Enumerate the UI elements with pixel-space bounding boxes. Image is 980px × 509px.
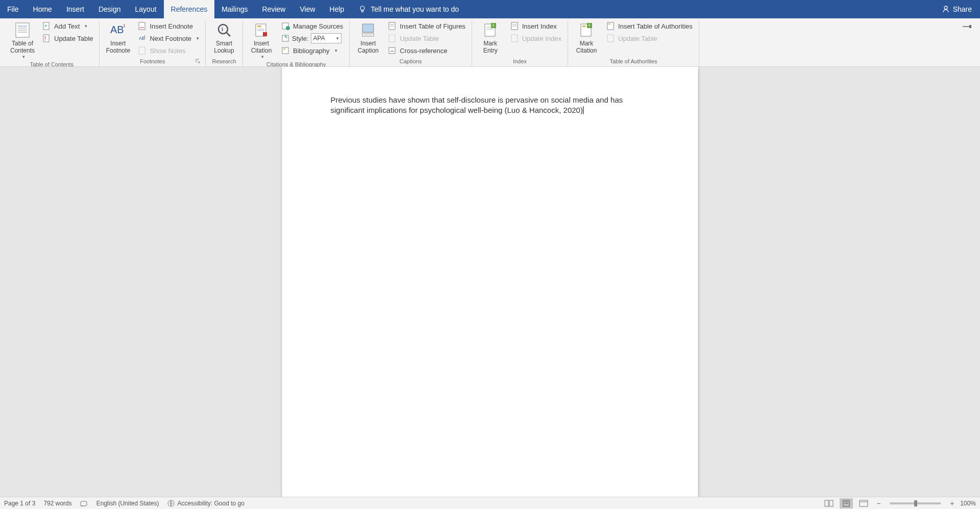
- table-of-figures-icon: [388, 22, 397, 30]
- update-table-icon: [388, 34, 397, 42]
- next-footnote-button[interactable]: AB1 Next Footnote ▾: [135, 33, 202, 44]
- svg-text:1: 1: [144, 35, 146, 38]
- update-table-button[interactable]: ! Update Table: [40, 33, 96, 44]
- insert-citation-button[interactable]: Insert Citation ▾: [246, 20, 277, 60]
- document-paragraph[interactable]: Previous studies have shown that self-di…: [331, 95, 650, 115]
- tab-file[interactable]: File: [0, 0, 26, 18]
- share-button[interactable]: Share: [934, 0, 980, 18]
- svg-rect-55: [607, 35, 614, 42]
- insert-table-of-figures-button[interactable]: Insert Table of Figures: [385, 20, 468, 32]
- status-spellcheck[interactable]: [80, 500, 88, 507]
- text-cursor: [583, 106, 584, 114]
- svg-text:i: i: [222, 26, 223, 32]
- svg-point-0: [360, 6, 364, 10]
- share-icon: [942, 5, 950, 13]
- tab-references[interactable]: References: [164, 0, 215, 18]
- zoom-level[interactable]: 100%: [960, 500, 976, 507]
- document-area[interactable]: Previous studies have shown that self-di…: [0, 67, 980, 497]
- ribbon: Table of Contents ▾ + Add Text ▾ ! Updat…: [0, 18, 980, 67]
- tell-me-placeholder: Tell me what you want to do: [371, 5, 459, 13]
- svg-rect-48: [511, 35, 518, 42]
- mark-citation-icon: +: [578, 21, 595, 39]
- svg-rect-54: [608, 23, 610, 25]
- mark-citation-button[interactable]: + Mark Citation: [571, 20, 602, 55]
- cross-reference-icon: [388, 46, 397, 55]
- web-layout-button[interactable]: [857, 498, 870, 508]
- status-bar: Page 1 of 3 792 words English (United St…: [0, 497, 980, 509]
- group-label-research: Research: [209, 57, 239, 66]
- page[interactable]: Previous studies have shown that self-di…: [282, 67, 698, 497]
- read-mode-button[interactable]: [822, 498, 836, 508]
- svg-rect-38: [389, 35, 395, 42]
- status-word-count[interactable]: 792 words: [43, 500, 71, 507]
- svg-text:AB: AB: [110, 24, 124, 35]
- bibliography-button[interactable]: Bibliography ▾: [279, 45, 346, 56]
- svg-rect-30: [282, 47, 288, 54]
- print-layout-button[interactable]: [840, 498, 853, 508]
- status-language[interactable]: English (United States): [96, 500, 159, 507]
- group-captions: Insert Caption Insert Table of Figures U…: [350, 20, 472, 66]
- bibliography-icon: [282, 46, 290, 55]
- chevron-down-icon: ▾: [261, 54, 264, 59]
- tell-me-search[interactable]: Tell me what you want to do: [351, 0, 466, 18]
- tab-design[interactable]: Design: [91, 0, 128, 18]
- mark-entry-icon: +: [482, 21, 499, 39]
- svg-rect-32: [362, 24, 374, 32]
- mark-entry-button[interactable]: + Mark Entry: [475, 20, 506, 55]
- update-index-button: Update Index: [508, 33, 565, 44]
- svg-rect-58: [81, 501, 87, 506]
- collapse-ribbon-icon[interactable]: [963, 23, 972, 30]
- group-authorities: + Mark Citation Insert Table of Authorit…: [568, 20, 699, 66]
- toc-icon: [14, 21, 31, 39]
- svg-rect-67: [860, 500, 868, 506]
- group-label-footnotes: Footnotes: [103, 57, 202, 66]
- svg-rect-63: [829, 500, 833, 506]
- svg-point-61: [170, 501, 172, 502]
- cross-reference-button[interactable]: Cross-reference: [385, 45, 468, 56]
- tab-help[interactable]: Help: [323, 0, 352, 18]
- svg-rect-62: [825, 500, 828, 506]
- tab-mailings[interactable]: Mailings: [214, 0, 255, 18]
- insert-index-button[interactable]: Insert Index: [508, 20, 565, 32]
- insert-endnote-button[interactable]: Insert Endnote: [135, 20, 202, 32]
- insert-caption-button[interactable]: Insert Caption: [353, 20, 383, 55]
- tab-home[interactable]: Home: [26, 0, 59, 18]
- add-text-button[interactable]: + Add Text ▾: [40, 20, 96, 32]
- citation-style-select[interactable]: APA ▾: [311, 33, 341, 43]
- manage-sources-button[interactable]: Manage Sources: [279, 20, 346, 32]
- tab-review[interactable]: Review: [255, 0, 293, 18]
- show-notes-button: Show Notes: [135, 45, 202, 56]
- status-page[interactable]: Page 1 of 3: [4, 500, 35, 507]
- status-accessibility[interactable]: Accessibility: Good to go: [167, 500, 244, 507]
- svg-rect-14: [139, 22, 145, 30]
- lightbulb-icon: [358, 5, 366, 13]
- citation-icon: [253, 21, 270, 39]
- zoom-slider[interactable]: [890, 502, 941, 504]
- svg-point-28: [286, 26, 290, 30]
- tab-layout[interactable]: Layout: [128, 0, 164, 18]
- endnote-icon: [138, 22, 146, 30]
- svg-text:+: +: [44, 23, 47, 29]
- footnotes-dialog-launcher[interactable]: [195, 58, 201, 64]
- tab-view[interactable]: View: [292, 0, 322, 18]
- svg-rect-1: [362, 10, 363, 12]
- tab-insert[interactable]: Insert: [59, 0, 91, 18]
- zoom-slider-thumb[interactable]: [914, 500, 917, 506]
- accessibility-icon: [167, 500, 175, 507]
- smart-lookup-button[interactable]: i Smart Lookup: [209, 20, 239, 55]
- svg-rect-31: [283, 49, 285, 50]
- group-research: i Smart Lookup Research: [206, 20, 243, 66]
- captions-update-table-button: Update Table: [385, 33, 468, 44]
- insert-footnote-button[interactable]: AB1 Insert Footnote: [103, 20, 133, 55]
- svg-line-20: [227, 33, 230, 36]
- smart-lookup-icon: i: [215, 21, 233, 39]
- zoom-in-button[interactable]: +: [948, 499, 956, 507]
- group-label-authorities: Table of Authorities: [571, 57, 696, 66]
- add-text-icon: +: [43, 22, 51, 30]
- update-table-icon: [607, 34, 615, 42]
- insert-table-of-authorities-button[interactable]: Insert Table of Authorities: [604, 20, 696, 32]
- table-of-contents-button[interactable]: Table of Contents ▾: [7, 20, 38, 60]
- group-index: + Mark Entry Insert Index Update Index I…: [472, 20, 568, 66]
- zoom-out-button[interactable]: −: [874, 499, 883, 507]
- group-label-index: Index: [475, 57, 565, 66]
